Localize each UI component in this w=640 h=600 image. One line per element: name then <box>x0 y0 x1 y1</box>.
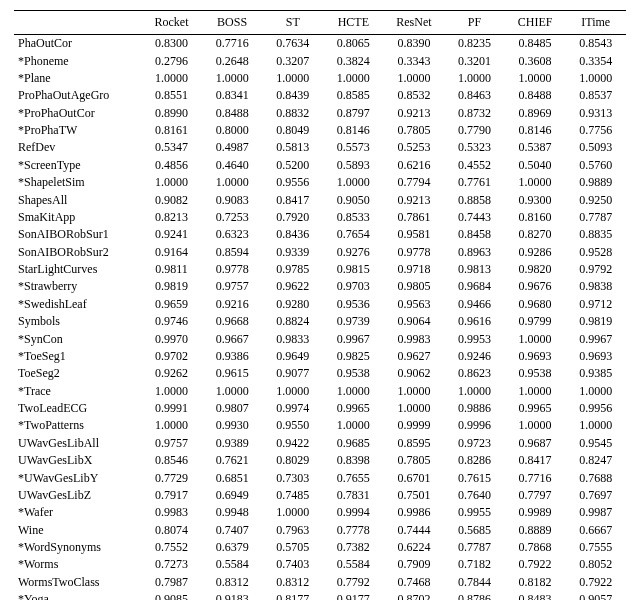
cell-value: 0.4987 <box>202 139 263 156</box>
cell-value: 0.9684 <box>444 278 505 295</box>
cell-value: 1.0000 <box>323 174 384 191</box>
table-row: *Trace1.00001.00001.00001.00001.00001.00… <box>14 383 626 400</box>
cell-value: 0.8146 <box>323 122 384 139</box>
header-blank <box>14 11 141 35</box>
cell-value: 0.2796 <box>141 52 202 69</box>
cell-value: 0.9680 <box>505 296 566 313</box>
cell-value: 0.9250 <box>565 191 626 208</box>
cell-value: 0.9386 <box>202 348 263 365</box>
cell-value: 1.0000 <box>505 174 566 191</box>
cell-value: 0.8623 <box>444 365 505 382</box>
cell-value: 0.9965 <box>505 400 566 417</box>
cell-value: 0.9785 <box>262 261 323 278</box>
cell-value: 0.8533 <box>323 209 384 226</box>
table-row: *ToeSeg10.97020.93860.96490.98250.96270.… <box>14 348 626 365</box>
cell-value: 0.5093 <box>565 139 626 156</box>
table-row: *Strawberry0.98190.97570.96220.97030.980… <box>14 278 626 295</box>
cell-value: 0.8488 <box>505 87 566 104</box>
row-name: ProPhaOutAgeGro <box>14 87 141 104</box>
col-header: HCTE <box>323 11 384 35</box>
table-row: StarLightCurves0.98110.97780.97850.98150… <box>14 261 626 278</box>
cell-value: 0.8797 <box>323 105 384 122</box>
row-name: *TwoPatterns <box>14 417 141 434</box>
cell-value: 0.7790 <box>444 122 505 139</box>
cell-value: 0.7868 <box>505 539 566 556</box>
cell-value: 0.8702 <box>384 591 445 600</box>
row-name: *ToeSeg1 <box>14 348 141 365</box>
cell-value: 0.5573 <box>323 139 384 156</box>
cell-value: 0.9389 <box>202 435 263 452</box>
cell-value: 0.8182 <box>505 574 566 591</box>
cell-value: 0.8532 <box>384 87 445 104</box>
cell-value: 0.9213 <box>384 105 445 122</box>
cell-value: 0.5323 <box>444 139 505 156</box>
cell-value: 0.7634 <box>262 35 323 53</box>
cell-value: 0.9815 <box>323 261 384 278</box>
cell-value: 0.8458 <box>444 226 505 243</box>
table-row: ProPhaOutAgeGro0.85510.83410.84390.85850… <box>14 87 626 104</box>
cell-value: 0.8000 <box>202 122 263 139</box>
table-row: *TwoPatterns1.00000.99300.95501.00000.99… <box>14 417 626 434</box>
row-name: *Trace <box>14 383 141 400</box>
row-name: Wine <box>14 522 141 539</box>
table-row: Symbols0.97460.96680.88240.97390.90640.9… <box>14 313 626 330</box>
cell-value: 0.7805 <box>384 452 445 469</box>
cell-value: 0.4856 <box>141 157 202 174</box>
cell-value: 0.8286 <box>444 452 505 469</box>
cell-value: 0.9996 <box>444 417 505 434</box>
cell-value: 0.9994 <box>323 504 384 521</box>
cell-value: 0.8483 <box>505 591 566 600</box>
cell-value: 0.7621 <box>202 452 263 469</box>
row-name: *ProPhaTW <box>14 122 141 139</box>
cell-value: 0.9622 <box>262 278 323 295</box>
cell-value: 0.9280 <box>262 296 323 313</box>
cell-value: 0.5584 <box>323 556 384 573</box>
cell-value: 0.7787 <box>444 539 505 556</box>
cell-value: 1.0000 <box>384 400 445 417</box>
cell-value: 0.9819 <box>141 278 202 295</box>
cell-value: 0.8436 <box>262 226 323 243</box>
cell-value: 0.9050 <box>323 191 384 208</box>
results-table: Rocket BOSS ST HCTE ResNet PF CHIEF ITim… <box>14 10 626 600</box>
cell-value: 0.8835 <box>565 226 626 243</box>
row-name: *ScreenType <box>14 157 141 174</box>
cell-value: 0.9676 <box>505 278 566 295</box>
cell-value: 1.0000 <box>384 383 445 400</box>
cell-value: 0.4552 <box>444 157 505 174</box>
cell-value: 1.0000 <box>323 70 384 87</box>
cell-value: 0.8537 <box>565 87 626 104</box>
cell-value: 0.9702 <box>141 348 202 365</box>
row-name: SmaKitApp <box>14 209 141 226</box>
cell-value: 0.5705 <box>262 539 323 556</box>
cell-value: 0.3343 <box>384 52 445 69</box>
cell-value: 0.9974 <box>262 400 323 417</box>
row-name: UWavGesLibX <box>14 452 141 469</box>
cell-value: 1.0000 <box>565 383 626 400</box>
cell-value: 0.9082 <box>141 191 202 208</box>
cell-value: 0.9077 <box>262 365 323 382</box>
cell-value: 0.9983 <box>141 504 202 521</box>
cell-value: 0.9833 <box>262 330 323 347</box>
cell-value: 0.8160 <box>505 209 566 226</box>
cell-value: 0.3201 <box>444 52 505 69</box>
table-row: WormsTwoClass0.79870.83120.83120.77920.7… <box>14 574 626 591</box>
cell-value: 0.8824 <box>262 313 323 330</box>
cell-value: 0.9064 <box>384 313 445 330</box>
row-name: *Wafer <box>14 504 141 521</box>
cell-value: 1.0000 <box>141 70 202 87</box>
cell-value: 0.6216 <box>384 157 445 174</box>
table-row: *UWavGesLibY0.77290.68510.73030.76550.67… <box>14 469 626 486</box>
cell-value: 0.9813 <box>444 261 505 278</box>
cell-value: 0.7797 <box>505 487 566 504</box>
cell-value: 0.8585 <box>323 87 384 104</box>
table-body: PhaOutCor0.83000.77160.76340.80650.83900… <box>14 35 626 601</box>
cell-value: 0.8270 <box>505 226 566 243</box>
cell-value: 1.0000 <box>141 174 202 191</box>
cell-value: 0.9659 <box>141 296 202 313</box>
cell-value: 0.8052 <box>565 556 626 573</box>
cell-value: 0.9820 <box>505 261 566 278</box>
cell-value: 0.9693 <box>565 348 626 365</box>
cell-value: 0.7640 <box>444 487 505 504</box>
row-name: SonAIBORobSur2 <box>14 244 141 261</box>
row-name: WormsTwoClass <box>14 574 141 591</box>
